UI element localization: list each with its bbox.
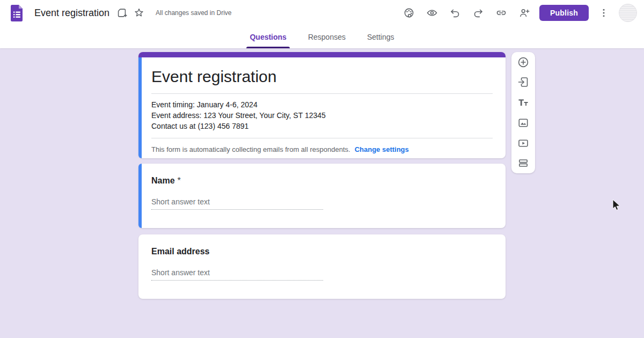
question-title-text: Email address: [151, 247, 210, 256]
add-shortcut-to-drive-button[interactable]: [114, 5, 130, 21]
tabs-bar: Questions Responses Settings: [0, 26, 644, 48]
preview-eye-button[interactable]: [424, 5, 440, 21]
add-title-description-button[interactable]: [516, 95, 531, 109]
question-card-email[interactable]: Email address Short answer text: [138, 234, 506, 299]
google-forms-editor: Event registration All changes saved in …: [0, 0, 644, 338]
form-header-content: Event registration Event timing: January…: [142, 57, 506, 158]
account-avatar[interactable]: [619, 4, 637, 22]
description-line: Contact us at (123) 456 7891: [151, 121, 493, 131]
form-header-card[interactable]: Event registration Event timing: January…: [138, 52, 506, 158]
theme-color-band: [138, 52, 506, 57]
question-card-name[interactable]: Name* Short answer text: [138, 164, 506, 228]
tab-questions[interactable]: Questions: [250, 26, 286, 48]
short-answer-placeholder[interactable]: Short answer text: [151, 197, 323, 210]
short-answer-placeholder[interactable]: Short answer text: [151, 268, 323, 281]
undo-button[interactable]: [447, 5, 463, 21]
mouse-cursor: [612, 199, 621, 213]
description-line: Event timing: January 4-6, 2024: [151, 99, 493, 110]
save-status: All changes saved in Drive: [156, 9, 231, 17]
add-collaborators-button[interactable]: [516, 5, 532, 21]
question-title-text: Name: [151, 176, 175, 185]
question-title[interactable]: Name*: [151, 176, 493, 186]
topbar: Event registration All changes saved in …: [0, 0, 644, 48]
star-button[interactable]: [131, 5, 147, 21]
redo-button[interactable]: [470, 5, 486, 21]
title-action-icons: [114, 5, 147, 21]
form-description-field[interactable]: Event timing: January 4-6, 2024 Event ad…: [151, 94, 493, 138]
topbar-right-cluster: Publish: [401, 0, 637, 26]
tab-responses[interactable]: Responses: [308, 26, 346, 48]
copy-responder-link-button[interactable]: [493, 5, 509, 21]
add-question-button[interactable]: [516, 55, 531, 69]
add-image-button[interactable]: [516, 116, 531, 130]
tab-settings[interactable]: Settings: [367, 26, 394, 48]
import-questions-button[interactable]: [516, 76, 531, 90]
form-title-field[interactable]: Event registration: [151, 57, 493, 93]
question-title[interactable]: Email address: [151, 247, 493, 256]
form-title-input[interactable]: Event registration: [34, 8, 109, 19]
topbar-action-icons: [401, 5, 532, 21]
question-content: Email address Short answer text: [138, 234, 506, 299]
question-toolbar: [511, 52, 535, 173]
more-options-kebab-button[interactable]: [596, 5, 612, 21]
add-section-button[interactable]: [516, 156, 531, 170]
email-collection-notice: This form is automatically collecting em…: [151, 138, 493, 160]
required-asterisk: *: [175, 176, 181, 185]
topbar-row: Event registration All changes saved in …: [0, 0, 644, 26]
email-collection-text: This form is automatically collecting em…: [151, 145, 350, 153]
change-settings-link[interactable]: Change settings: [355, 145, 409, 153]
customize-theme-palette-button[interactable]: [401, 5, 417, 21]
question-content: Name* Short answer text: [138, 164, 506, 228]
description-line: Event address: 123 Your Street, Your Cit…: [151, 110, 493, 121]
publish-button[interactable]: Publish: [539, 5, 589, 21]
add-video-button[interactable]: [516, 136, 531, 150]
google-forms-logo-icon[interactable]: [8, 4, 26, 22]
